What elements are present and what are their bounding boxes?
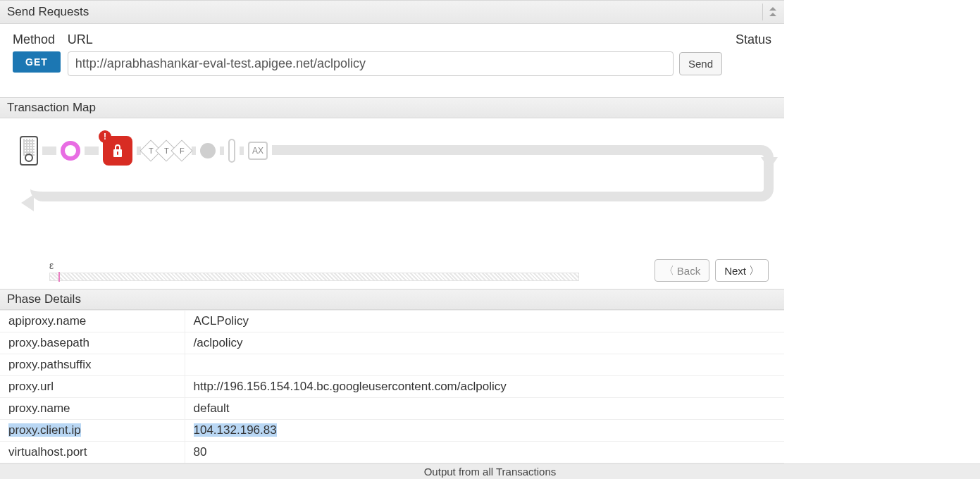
send-button[interactable]: Send <box>679 52 722 75</box>
flow-diagram: ! T T F AX <box>13 132 771 224</box>
table-row[interactable]: proxy.client.ip104.132.196.83 <box>0 420 784 442</box>
phase-details-header: Phase Details <box>0 289 784 310</box>
error-badge-icon: ! <box>99 130 111 143</box>
detail-value: 104.132.196.83 <box>185 420 784 442</box>
timeline[interactable]: ε <box>15 260 579 281</box>
collapse-icon[interactable] <box>762 4 777 20</box>
transaction-map-body: ! T T F AX ε <box>0 118 784 289</box>
url-input[interactable] <box>68 51 674 76</box>
detail-key: apiproxy.name <box>0 311 185 332</box>
table-row[interactable]: proxy.pathsuffix <box>0 354 784 376</box>
flow-node[interactable] <box>200 143 216 158</box>
phase-details-title: Phase Details <box>7 292 81 306</box>
method-label: Method <box>13 32 61 47</box>
main-container: Send Requests Method GET URL Send Status <box>0 0 784 463</box>
detail-key: proxy.name <box>0 398 185 420</box>
detail-value: /aclpolicy <box>185 332 784 354</box>
url-label: URL <box>68 32 722 47</box>
detail-value: default <box>185 398 784 420</box>
table-row[interactable]: proxy.namedefault <box>0 398 784 420</box>
detail-key: proxy.url <box>0 376 185 398</box>
next-button[interactable]: Next 〉 <box>715 259 769 282</box>
svg-rect-0 <box>117 151 118 155</box>
client-icon[interactable] <box>20 136 38 166</box>
footer-bar[interactable]: Output from all Transactions <box>0 463 980 479</box>
table-row[interactable]: apiproxy.nameACLPolicy <box>0 311 784 332</box>
phase-details-table: apiproxy.nameACLPolicyproxy.basepath/acl… <box>0 310 784 463</box>
method-dropdown[interactable]: GET <box>13 51 61 73</box>
table-row[interactable]: proxy.basepath/aclpolicy <box>0 332 784 354</box>
back-button[interactable]: 〈 Back <box>655 259 709 282</box>
detail-key: proxy.pathsuffix <box>0 354 185 376</box>
epsilon-label: ε <box>49 260 579 271</box>
table-row[interactable]: virtualhost.port80 <box>0 442 784 463</box>
transaction-map-title: Transaction Map <box>7 101 96 115</box>
table-row[interactable]: proxy.urlhttp://196.156.154.104.bc.googl… <box>0 376 784 398</box>
detail-value <box>185 354 784 376</box>
flow-separator <box>228 139 235 163</box>
detail-value: 80 <box>185 442 784 463</box>
transaction-map-header: Transaction Map <box>0 97 784 118</box>
request-start-node[interactable] <box>61 141 80 161</box>
chevron-right-icon: 〉 <box>749 264 759 278</box>
status-label: Status <box>736 32 771 47</box>
detail-value: http://196.156.154.104.bc.googleusercont… <box>185 376 784 398</box>
analytics-node[interactable]: AX <box>248 142 268 160</box>
detail-key: proxy.client.ip <box>0 420 185 442</box>
detail-value: ACLPolicy <box>185 311 784 332</box>
acl-policy-node[interactable]: ! <box>103 136 132 166</box>
chevron-left-icon: 〈 <box>664 264 674 278</box>
send-requests-header: Send Requests <box>0 0 784 24</box>
condition-diamond[interactable]: F <box>170 139 192 161</box>
send-requests-body: Method GET URL Send Status <box>0 24 784 97</box>
send-requests-title: Send Requests <box>7 5 89 19</box>
detail-key: virtualhost.port <box>0 442 185 463</box>
detail-key: proxy.basepath <box>0 332 185 354</box>
